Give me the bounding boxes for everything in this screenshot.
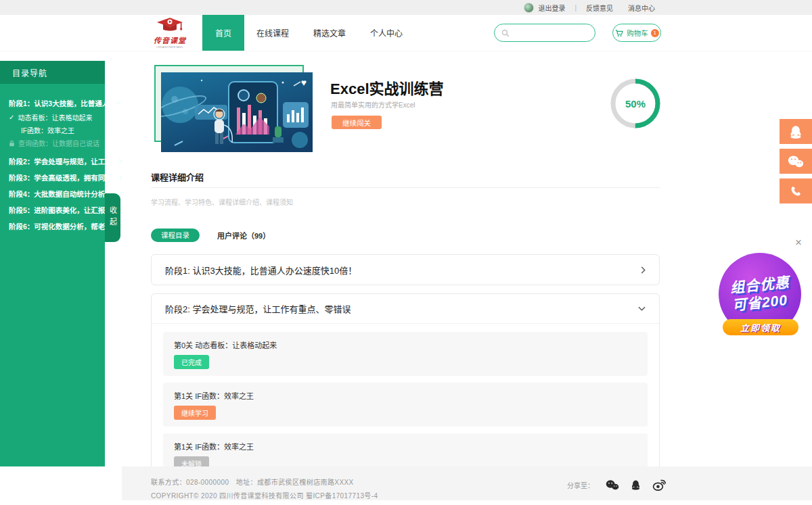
chevron-right-icon xyxy=(118,158,122,164)
cart-button[interactable]: 购物车 1 xyxy=(612,24,661,42)
sidebar-stage-5[interactable]: 阶段5：进阶图表美化，让汇报一... xyxy=(0,201,105,218)
sidebar-stage-1[interactable]: 阶段1：认识3大技能，比普通人... xyxy=(0,95,105,111)
claim-coupon-button[interactable]: 立即领取 xyxy=(723,319,798,335)
messages-link[interactable]: 消息中心 xyxy=(628,3,655,13)
search-icon xyxy=(501,28,510,38)
nav-item-profile[interactable]: 个人中心 xyxy=(358,15,415,51)
lesson-title: 第1关 IF函数：效率之王 xyxy=(174,390,637,401)
footer-copyright: COPYRIGHT© 2020 四川传音课堂科技有限公司 蜀ICP备170177… xyxy=(151,490,378,500)
collapse-label: 收起 xyxy=(108,206,118,229)
progress-ring: 50% xyxy=(610,78,661,129)
close-icon[interactable]: × xyxy=(795,237,802,248)
sidebar-stage-label: 阶段6：可视化数据分析，帮老板... xyxy=(9,221,118,231)
share-qq-icon[interactable] xyxy=(631,479,641,491)
stage-accordion: 阶段1: 认识3大技能，比普通人办公速度快10倍！ 阶段2: 学会处理与规范，让… xyxy=(151,254,660,491)
topbar-divider: | xyxy=(574,4,577,11)
sidebar-collapse-tab[interactable]: 收起 xyxy=(105,193,120,242)
top-utility-bar: 退出登录 | 反馈意见 消息中心 xyxy=(0,0,812,15)
logout-link[interactable]: 退出登录 xyxy=(538,3,565,13)
nav-item-courses[interactable]: 在线课程 xyxy=(244,15,301,51)
chevron-down-icon xyxy=(638,306,646,311)
course-banner[interactable]: ♥ xyxy=(161,72,313,152)
accordion-title: 阶段2: 学会处理与规范，让工作有重点、零错误 xyxy=(165,302,351,315)
chevron-right-icon xyxy=(118,174,122,181)
check-icon: ✓ xyxy=(9,114,14,121)
accordion-stage-2: 阶段2: 学会处理与规范，让工作有重点、零错误 第0关 动态看板：让表格动起来 … xyxy=(151,293,660,491)
footer-text: 联系方式：028-0000000 地址：成都市武侯区槐树店南路XXXX COPY… xyxy=(151,477,378,500)
lesson-title: 第0关 动态看板：让表格动起来 xyxy=(174,339,637,350)
cart-icon xyxy=(614,28,624,38)
search-box: 搜索 xyxy=(494,24,595,42)
sidebar-stage-label: 阶段2：学会处理与规范，让工作... xyxy=(9,156,118,166)
site-logo[interactable]: 传音课堂 CHUANYINKETANG xyxy=(145,15,194,51)
user-avatar[interactable] xyxy=(524,3,534,13)
lesson-card-completed[interactable]: 第0关 动态看板：让表格动起来 已完成 xyxy=(163,332,648,376)
footer-contact: 联系方式：028-0000000 地址：成都市武侯区槐树店南路XXXX xyxy=(151,477,378,487)
sidebar-list: 阶段1：认识3大技能，比普通人... ✓ 动态看板：让表格动起来 IF函数：效率… xyxy=(0,95,105,234)
sidebar-lesson-label: 动态看板：让表格动起来 xyxy=(18,112,92,122)
sidebar-stage-6[interactable]: 阶段6：可视化数据分析，帮老板... xyxy=(0,218,105,234)
sidebar-lesson-label: 查询函数：让数据自己说话 xyxy=(18,138,99,148)
chevron-down-icon xyxy=(115,101,121,105)
qq-icon xyxy=(789,124,803,139)
accordion-stage-2-header[interactable]: 阶段2: 学会处理与规范，让工作有重点、零错误 xyxy=(152,294,659,324)
sidebar-lesson-label: IF函数：效率之王 xyxy=(21,125,74,135)
cart-label: 购物车 xyxy=(627,28,648,38)
share-label: 分享至： xyxy=(567,480,594,490)
accordion-stage-1-header[interactable]: 阶段1: 认识3大技能，比普通人办公速度快10倍！ xyxy=(152,255,659,285)
sidebar-title: 目录导航 xyxy=(0,61,105,84)
nav-item-articles[interactable]: 精选文章 xyxy=(301,15,358,51)
course-banner-illustration xyxy=(161,72,313,152)
course-subtitle: 用最简单实用的方式学Excel xyxy=(331,99,415,110)
section-divider xyxy=(151,187,660,188)
wechat-icon xyxy=(788,155,804,168)
main-navbar: 传音课堂 CHUANYINKETANG 首页 在线课程 精选文章 个人中心 搜索… xyxy=(0,15,812,51)
lesson-card-continue[interactable]: 第1关 IF函数：效率之王 继续学习 xyxy=(163,383,648,427)
course-title: Excel实战训练营 xyxy=(330,76,444,98)
float-phone-button[interactable] xyxy=(780,178,812,203)
section-subtitle: 学习流程、学习特色、课程详细介绍、课程须知 xyxy=(151,197,293,207)
sidebar-stage-2[interactable]: 阶段2：学会处理与规范，让工作... xyxy=(0,153,105,169)
graduation-cap-icon xyxy=(156,17,183,34)
tab-user-comments[interactable]: 用户评论（99） xyxy=(217,230,270,241)
tab-course-catalog[interactable]: 课程目录 xyxy=(151,229,200,242)
nav-item-home[interactable]: 首页 xyxy=(202,15,244,51)
catalog-sidebar: 目录导航 阶段1：认识3大技能，比普通人... ✓ 动态看板：让表格动起来 IF… xyxy=(0,61,105,466)
progress-value: 50% xyxy=(610,78,661,129)
heart-icon[interactable]: ♥ xyxy=(301,77,307,88)
continue-button[interactable]: 继续闯关 xyxy=(332,116,382,129)
sidebar-stage-1-label: 阶段1：认识3大技能，比普通人... xyxy=(9,98,115,108)
accordion-stage-1: 阶段1: 认识3大技能，比普通人办公速度快10倍！ xyxy=(151,254,660,285)
accordion-title: 阶段1: 认识3大技能，比普通人办公速度快10倍！ xyxy=(165,264,357,276)
detail-tabs: 课程目录 用户评论（99） xyxy=(151,229,270,242)
sidebar-stage-label: 阶段4：大批数据自动统计分析，... xyxy=(9,189,118,199)
page: 退出登录 | 反馈意见 消息中心 传音课堂 CHUANYINKETANG 首页 … xyxy=(0,0,812,505)
sidebar-stage-4[interactable]: 阶段4：大批数据自动统计分析，... xyxy=(0,185,105,201)
share-wechat-icon[interactable] xyxy=(606,479,619,491)
nav-menu: 首页 在线课程 精选文章 个人中心 xyxy=(202,15,415,51)
logo-title: 传音课堂 xyxy=(154,34,186,45)
cart-count-badge: 1 xyxy=(651,29,659,37)
lock-icon xyxy=(9,140,15,147)
float-qq-button[interactable] xyxy=(780,119,812,144)
status-badge-completed[interactable]: 已完成 xyxy=(174,355,209,369)
feedback-link[interactable]: 反馈意见 xyxy=(586,3,613,13)
logo-subtitle: CHUANYINKETANG xyxy=(156,45,183,49)
sidebar-stage-label: 阶段3：学会高级透视，拥有同时... xyxy=(9,172,118,183)
sidebar-lesson-current[interactable]: IF函数：效率之王 xyxy=(0,124,105,137)
sidebar-lesson-done[interactable]: ✓ 动态看板：让表格动起来 xyxy=(0,111,105,124)
sidebar-stage-3[interactable]: 阶段3：学会高级透视，拥有同时... xyxy=(0,169,105,185)
footer-share: 分享至： xyxy=(567,479,666,491)
float-wechat-button[interactable] xyxy=(780,149,812,174)
footer: 联系方式：028-0000000 地址：成都市武侯区槐树店南路XXXX COPY… xyxy=(122,466,812,500)
lesson-title: 第1关 IF函数：效率之王 xyxy=(174,441,637,452)
chevron-right-icon xyxy=(641,266,646,274)
section-title: 课程详细介绍 xyxy=(151,170,204,183)
phone-icon xyxy=(790,185,802,197)
share-weibo-icon[interactable] xyxy=(652,479,666,491)
status-badge-continue[interactable]: 继续学习 xyxy=(174,406,216,420)
sidebar-stage-label: 阶段5：进阶图表美化，让汇报一... xyxy=(9,205,118,215)
sidebar-lesson-locked[interactable]: 查询函数：让数据自己说话 xyxy=(0,137,105,149)
